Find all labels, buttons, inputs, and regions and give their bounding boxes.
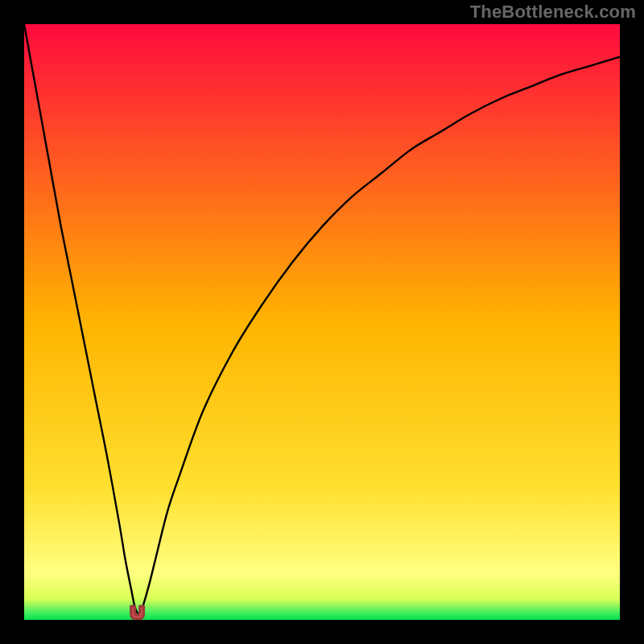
chart-stage: TheBottleneck.com [0,0,644,644]
gradient-backdrop [24,24,620,620]
bottleneck-chart [24,24,620,620]
watermark-text: TheBottleneck.com [470,2,636,23]
